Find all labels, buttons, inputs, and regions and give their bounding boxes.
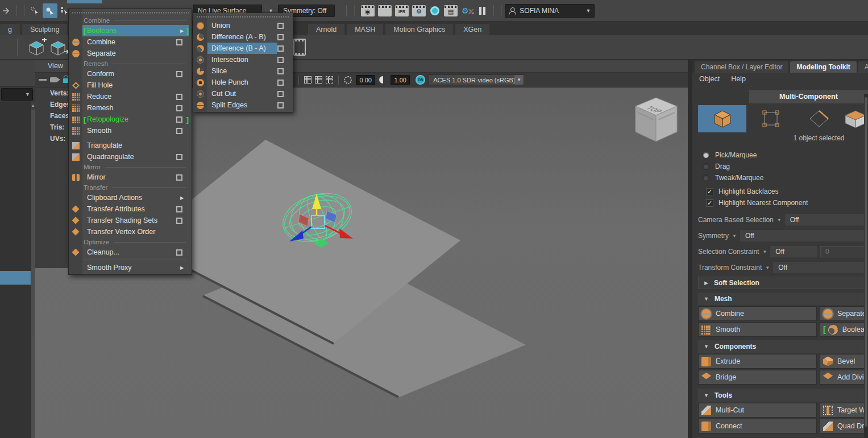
panel-handle-icon[interactable] [39,79,47,81]
field-chart-icon[interactable] [304,76,312,84]
menu-item-union[interactable]: [Union] [193,20,293,31]
dropdown-value[interactable]: Off [770,246,817,257]
colorspace-dropdown[interactable]: ACES 1.0 SDR-video (sRGB) ▼ [429,74,524,85]
greasepencil-icon[interactable] [315,76,322,84]
camera-icon[interactable] [50,77,57,82]
tool-button-smooth[interactable]: Smooth [698,322,817,337]
shelf-tab-mash[interactable]: MASH [347,24,383,35]
menu-item-difference-a-b[interactable]: [Difference (A - B)] [193,31,293,43]
tool-button-connect[interactable]: Connect [698,419,817,433]
color-management-on-badge[interactable]: ON [416,75,425,85]
option-box[interactable] [176,218,182,224]
shelf-tab-arnold[interactable]: Arnold [308,24,344,35]
menu-item-separate[interactable]: [Separate] [69,48,192,59]
menu-item-retopologize[interactable]: [Retopologize] [69,114,192,125]
tool-button-bridge[interactable]: Bridge [698,370,817,385]
outliner-scrollbar[interactable] [31,102,35,438]
checkbox-highlight-nearest-component[interactable]: ✓ [706,199,713,207]
exposure-icon[interactable] [344,76,352,84]
radio-row-pick-marquee[interactable]: Pick/Marquee [703,149,763,161]
toolkit-menu-object[interactable]: Object [699,75,720,83]
shelf-tab-xgen[interactable]: XGen [455,24,489,35]
menu-item-smooth-proxy[interactable]: [Smooth Proxy▶] [69,262,192,273]
object-mode-button[interactable] [698,105,746,132]
chevron-down-icon[interactable]: ▼ [777,218,782,223]
render-settings-icon[interactable]: ⚙ [412,5,426,16]
render-globals-icon[interactable] [430,6,439,15]
pause-icon[interactable] [479,7,485,15]
tool-button-add-divisions[interactable]: Add Divisions [820,370,868,385]
outliner-selected-item[interactable] [0,271,31,285]
menu-item-intersection[interactable]: [Intersection] [193,54,293,65]
radio-row-drag[interactable]: Drag [703,161,763,172]
option-box[interactable] [277,102,284,109]
panel-divider[interactable] [688,60,692,438]
outliner-list[interactable] [0,102,35,438]
gamma-field[interactable]: 1.00 [391,75,410,85]
tool-button-bevel[interactable]: Bevel [820,354,868,369]
outliner-filter-dropdown[interactable]: ▼ [1,88,33,101]
menu-item-slice[interactable]: [Slice] [193,65,293,77]
panel-menu-view[interactable]: View [48,62,63,70]
dropdown-value[interactable]: Off [740,230,868,241]
option-box[interactable] [277,91,284,97]
exposure-field[interactable]: 0.00 [356,75,375,85]
option-box[interactable] [277,57,284,63]
soft-selection-section[interactable]: ▶ Soft Selection [698,277,867,289]
tab-modeling-toolkit[interactable]: Modeling Toolkit [790,61,856,73]
tool-button-quad-draw[interactable]: Quad Draw [820,419,868,433]
option-box[interactable] [277,34,284,40]
menu-item-reduce[interactable]: [Reduce] [69,91,192,102]
checkbox-row-highlight-backfaces[interactable]: ✓Highlight Backfaces [706,186,808,197]
section-header-components[interactable]: ▼Components [698,340,867,353]
tool-button-combine[interactable]: Combine [698,306,817,321]
menu-item-conform[interactable]: [Conform] [69,68,192,80]
option-box[interactable] [176,116,182,123]
shelf-tab-sculpting[interactable]: Sculpting [22,24,67,35]
tab-channel-box-layer-editor[interactable]: Channel Box / Layer Editor [695,61,788,73]
menu-item-transfer-attributes[interactable]: [Transfer Attributes] [69,203,192,215]
menu-item-quadrangulate[interactable]: [Quadrangulate] [69,151,192,162]
tool-button-boolean[interactable]: [Boolean [820,322,868,337]
menu-item-triangulate[interactable]: [Triangulate] [69,140,192,151]
option-box[interactable] [277,45,284,52]
menu-item-hole-punch[interactable]: [Hole Punch] [193,77,293,88]
menu-item-transfer-shading-sets[interactable]: [Transfer Shading Sets] [69,215,192,226]
menu-item-split-edges[interactable]: [Split Edges] [193,99,293,111]
ipr-render-icon[interactable]: IPR [395,5,409,16]
option-box[interactable] [176,154,182,160]
user-account-dropdown[interactable]: SOFIA MINA ▼ [505,4,595,18]
poly-cube-create-icon[interactable] [26,38,48,57]
menu-item-remesh[interactable]: [Remesh] [69,102,192,114]
poly-cube-export-icon[interactable] [49,38,70,57]
menu-item-combine[interactable]: [Combine] [69,36,192,48]
gamma-icon[interactable] [379,76,387,84]
tool-button-extrude[interactable]: Extrude [698,354,817,369]
tab-att[interactable]: Att [858,61,868,73]
section-header-tools[interactable]: ▼Tools [698,389,867,402]
radio-pick-marquee[interactable] [703,152,709,158]
menu-item-fill-hole[interactable]: [Fill Hole] [69,80,192,91]
menu-item-clipboard-actions[interactable]: [Clipboard Actions▶] [69,192,192,203]
radio-drag[interactable] [703,163,709,170]
menu-item-difference-b-a[interactable]: [Difference (B - A)] [193,43,293,54]
tearoff-handle[interactable] [196,15,290,19]
chevron-down-icon[interactable]: ▼ [765,265,770,270]
option-box[interactable] [277,68,284,74]
section-header-mesh[interactable]: ▼Mesh [698,293,867,305]
tool-button-separate[interactable]: Separate [820,306,868,321]
select-object-tool-icon[interactable] [28,3,43,18]
option-box[interactable] [176,94,182,100]
menu-item-smooth[interactable]: [Smooth] [69,125,192,136]
menu-item-cleanup[interactable]: [Cleanup...] [69,247,192,258]
chevron-down-icon[interactable]: ▼ [732,233,737,239]
right-panel-scrollbar[interactable] [864,94,868,438]
radio-row-tweak-marquee[interactable]: Tweak/Marquee [703,172,763,183]
option-box[interactable] [176,174,182,181]
toolkit-menu-help[interactable]: Help [731,75,746,83]
checkbox-row-highlight-nearest-component[interactable]: ✓Highlight Nearest Component [706,197,808,208]
menu-item-cut-out[interactable]: [Cut Out] [193,88,293,99]
camera-gate-icon[interactable] [326,76,333,84]
dropdown-value[interactable]: Off [773,262,868,273]
option-box[interactable] [277,23,284,29]
